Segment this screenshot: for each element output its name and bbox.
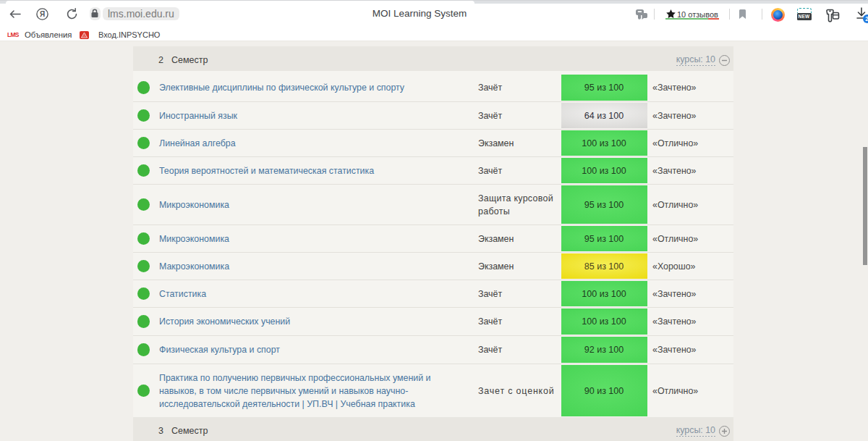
svg-text:Я: Я xyxy=(40,10,45,18)
